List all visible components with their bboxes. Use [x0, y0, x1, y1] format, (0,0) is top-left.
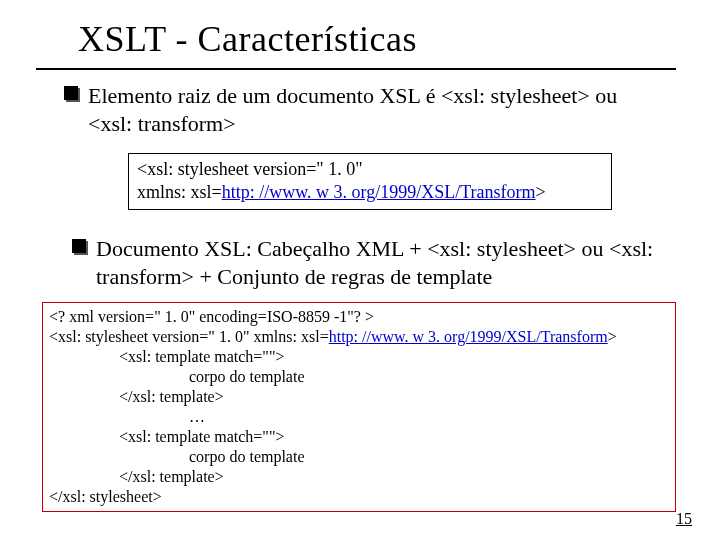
c2-l1: <? xml version=" 1. 0" encoding=ISO-8859…: [49, 307, 669, 327]
code1-line1: <xsl: stylesheet version=" 1. 0": [137, 158, 603, 181]
c2-l4: corpo do template: [49, 367, 669, 387]
bullet-1-text: Elemento raiz de um documento XSL é <xsl…: [88, 82, 664, 137]
c2-l2-post: >: [608, 328, 617, 345]
bullet-2: Documento XSL: Cabeçalho XML + <xsl: sty…: [72, 235, 672, 290]
title-underline: [36, 68, 676, 70]
code1-line2-post: >: [536, 182, 546, 202]
c2-l7: <xsl: template match="">: [49, 427, 669, 447]
c2-l6: …: [49, 407, 669, 427]
slide-title: XSLT - Características: [78, 18, 417, 60]
c2-l5: </xsl: template>: [49, 387, 669, 407]
code1-line2: xmlns: xsl=http: //www. w 3. org/1999/XS…: [137, 181, 603, 204]
code-box-2: <? xml version=" 1. 0" encoding=ISO-8859…: [42, 302, 676, 512]
c2-l3: <xsl: template match="">: [49, 347, 669, 367]
bullet-2-text: Documento XSL: Cabeçalho XML + <xsl: sty…: [96, 235, 672, 290]
code2-link[interactable]: http: //www. w 3. org/1999/XSL/Transform: [329, 328, 608, 345]
code-box-1: <xsl: stylesheet version=" 1. 0" xmlns: …: [128, 153, 612, 210]
c2-l2: <xsl: stylesheet version=" 1. 0" xmlns: …: [49, 327, 669, 347]
bullet-1: Elemento raiz de um documento XSL é <xsl…: [64, 82, 664, 137]
bullet-marker-icon: [64, 86, 78, 100]
slide: XSLT - Características Elemento raiz de …: [0, 0, 720, 540]
code1-link[interactable]: http: //www. w 3. org/1999/XSL/Transform: [222, 182, 536, 202]
bullet-marker-icon: [72, 239, 86, 253]
page-number: 15: [676, 510, 692, 528]
c2-l8: corpo do template: [49, 447, 669, 467]
c2-l10: </xsl: stylesheet>: [49, 487, 669, 507]
code1-line2-pre: xmlns: xsl=: [137, 182, 222, 202]
c2-l2-pre: <xsl: stylesheet version=" 1. 0" xmlns: …: [49, 328, 329, 345]
c2-l9: </xsl: template>: [49, 467, 669, 487]
